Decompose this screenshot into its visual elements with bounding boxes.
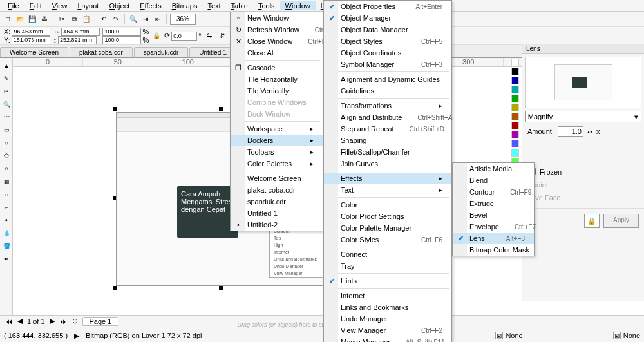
new-icon[interactable]: □ (3, 14, 13, 24)
effects-tool-icon[interactable]: ✦ (1, 215, 12, 225)
height-input[interactable] (58, 36, 97, 44)
docker-item[interactable]: ✔Hints (324, 275, 451, 287)
docker-item[interactable]: Symbol ManagerCtrl+F3 (324, 59, 451, 70)
y-pos-input[interactable] (12, 36, 50, 44)
zoom-tool-icon[interactable]: 🔍 (1, 99, 12, 109)
menu-tools[interactable]: Tools (253, 1, 280, 10)
width-input[interactable] (61, 28, 100, 36)
menu-close-all[interactable]: Close All (231, 47, 323, 59)
outline-tool-icon[interactable]: ✒ (1, 254, 12, 264)
docker-item[interactable]: View ManagerCtrl+F2 (324, 325, 451, 336)
menu-table[interactable]: Table (226, 1, 253, 10)
doc-tab[interactable]: plakat coba.cdr (70, 47, 133, 57)
menu-new-window[interactable]: ▫New Window (231, 12, 323, 24)
pick-tool-icon[interactable]: ▲ (1, 61, 12, 71)
print-icon[interactable]: 🖶 (39, 14, 50, 24)
menu-edit[interactable]: Edit (24, 1, 47, 10)
docker-item[interactable]: Tray (324, 260, 451, 272)
menu-window[interactable]: Window (280, 1, 316, 10)
menu-bitmaps[interactable]: Bitmaps (167, 1, 203, 10)
doc-tab[interactable]: spanduk.cdr (134, 47, 188, 57)
effect-item[interactable]: Blend (453, 175, 534, 186)
menu-view[interactable]: View (47, 1, 73, 10)
menu-dockers[interactable]: Dockers▸ (231, 135, 323, 146)
docker-item[interactable]: Alignment and Dynamic Guides (324, 73, 451, 85)
menu-doc-welcome[interactable]: Welcome Screen (231, 173, 323, 184)
effect-item[interactable]: EnvelopeCtrl+F7 (453, 221, 534, 233)
docker-item[interactable]: Effects▸ (324, 173, 451, 184)
fill-indicator[interactable]: ⊠ None (495, 332, 522, 339)
menu-text[interactable]: Text (202, 1, 225, 10)
menu-doc-spanduk[interactable]: spanduk.cdr (231, 196, 323, 207)
save-icon[interactable]: 💾 (27, 14, 37, 24)
docker-item[interactable]: Join Curves (324, 158, 451, 169)
eyedropper-tool-icon[interactable]: 💧 (1, 228, 12, 238)
x-pos-input[interactable] (12, 28, 50, 36)
effect-item[interactable]: ✔LensAlt+F3 (453, 233, 534, 244)
docker-item[interactable]: Object Coordinates (324, 47, 451, 59)
scaley-input[interactable] (102, 36, 141, 44)
menu-doc-untitled1[interactable]: Untitled-1 (231, 207, 323, 219)
docker-item[interactable]: ✔Object Manager (324, 12, 451, 24)
docker-item[interactable]: Color (324, 199, 451, 211)
lock-button[interactable]: 🔒 (584, 214, 600, 228)
dockers-submenu[interactable]: ✔Object PropertiesAlt+Enter✔Object Manag… (323, 0, 452, 342)
search-icon[interactable]: 🔍 (128, 14, 138, 24)
effect-item[interactable]: ContourCtrl+F9 (453, 186, 534, 198)
zoom-level[interactable]: 36% (170, 14, 196, 25)
document-palette[interactable]: Drag colors (or objects) here to store t… (103, 320, 515, 329)
shape-tool-icon[interactable]: ✎ (1, 73, 12, 84)
effect-item[interactable]: Bevel (453, 209, 534, 221)
effect-item[interactable]: Extrude (453, 198, 534, 209)
docker-item[interactable]: Align and DistributeCtrl+Shift+A (324, 111, 451, 123)
menu-object[interactable]: Object (104, 1, 135, 10)
dimension-tool-icon[interactable]: ↔ (1, 189, 12, 200)
docker-item[interactable]: ✔Object PropertiesAlt+Enter (324, 1, 451, 12)
menu-refresh-window[interactable]: ↻Refresh WindowCtrl+W (231, 24, 323, 35)
menu-effects[interactable]: Effects (135, 1, 166, 10)
table-tool-icon[interactable]: ▦ (1, 176, 12, 187)
export-icon[interactable]: ⇤ (153, 14, 163, 24)
menu-color-palettes[interactable]: Color Palettes▸ (231, 158, 323, 169)
apply-button[interactable]: Apply (603, 214, 639, 228)
redo-icon[interactable]: ↷ (111, 14, 121, 24)
crop-tool-icon[interactable]: ✂ (1, 86, 12, 97)
amount-input[interactable] (558, 126, 583, 137)
effects-submenu[interactable]: Artistic MediaBlendContourCtrl+F9Extrude… (452, 162, 535, 256)
fill-tool-icon[interactable]: 🪣 (1, 241, 12, 251)
text-tool-icon[interactable]: A (1, 164, 12, 174)
effect-item[interactable]: Bitmap Color Mask (453, 244, 534, 256)
outline-indicator[interactable]: ⊠ None (613, 332, 640, 339)
docker-item[interactable]: Step and RepeatCtrl+Shift+D (324, 123, 451, 135)
undo-icon[interactable]: ↶ (99, 14, 109, 24)
lens-type-select[interactable]: Magnify▾ (525, 111, 641, 122)
docker-item[interactable]: Object Data Manager (324, 24, 451, 35)
effect-item[interactable]: Artistic Media (453, 163, 534, 175)
menu-toolbars[interactable]: Toolbars▸ (231, 146, 323, 158)
menu-close-window[interactable]: ✕Close WindowCtrl+F4 (231, 35, 323, 47)
menu-tile-v[interactable]: Tile Vertically (231, 85, 323, 97)
lens-tab-title[interactable]: Lens (522, 44, 644, 54)
import-icon[interactable]: ⇥ (140, 14, 151, 24)
docker-item[interactable]: Fillet/Scallop/Chamfer (324, 146, 451, 158)
mirror-v-icon[interactable]: ⇵ (217, 31, 227, 41)
docker-item[interactable]: Color Proof Settings (324, 211, 451, 222)
page-last-icon[interactable]: ⏭ (59, 318, 68, 325)
docker-item[interactable]: Internet (324, 290, 451, 301)
menu-doc-plakat[interactable]: plakat coba.cdr (231, 184, 323, 196)
menu-layout[interactable]: Layout (72, 1, 104, 10)
docker-item[interactable]: Object StylesCtrl+F5 (324, 35, 451, 47)
open-icon[interactable]: 📂 (15, 14, 25, 24)
docker-item[interactable]: Links and Bookmarks (324, 301, 451, 313)
menu-file[interactable]: File (3, 1, 24, 10)
docker-item[interactable]: Transformations▸ (324, 100, 451, 111)
page-first-icon[interactable]: ⏮ (4, 318, 13, 325)
docker-item[interactable]: Color StylesCtrl+F6 (324, 234, 451, 245)
docker-item[interactable]: Connect (324, 249, 451, 260)
cut-icon[interactable]: ✂ (57, 14, 67, 24)
mirror-h-icon[interactable]: ⇋ (204, 31, 214, 41)
freehand-tool-icon[interactable]: 〰 (1, 112, 12, 122)
ellipse-tool-icon[interactable]: ○ (1, 138, 12, 148)
menu-cascade[interactable]: ❐Cascade (231, 62, 323, 73)
page-prev-icon[interactable]: ◀ (15, 317, 24, 325)
